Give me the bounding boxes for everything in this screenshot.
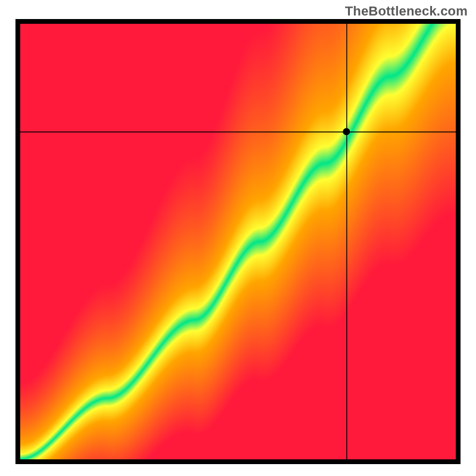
watermark-text: TheBottleneck.com: [345, 4, 468, 19]
heatmap-plot: [15, 19, 461, 464]
heatmap-canvas: [20, 24, 456, 459]
